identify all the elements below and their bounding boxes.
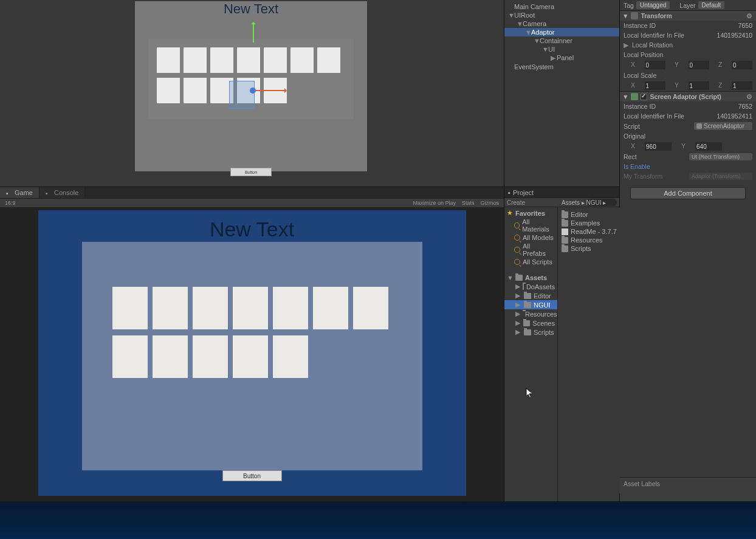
hierarchy-item-camera[interactable]: ▼Camera [504,19,619,28]
expand-icon[interactable]: ▼ [517,20,523,27]
transform-gizmo[interactable] [250,40,256,46]
gizmo-y-axis[interactable] [253,23,254,43]
expand-icon[interactable]: ▶ [515,328,521,336]
expand-icon[interactable]: ▶ [515,310,520,318]
gear-icon[interactable]: ⚙ [746,93,754,100]
scene-button[interactable]: Button [230,168,272,176]
game-grid-cell[interactable] [153,287,188,329]
game-grid-cell[interactable] [193,287,228,329]
assets-header[interactable]: ▼Assets [504,273,557,282]
my-transform-field[interactable]: Adaptor (Transform) [689,173,752,180]
folder-scripts[interactable]: ▶Scripts [504,328,557,337]
folder-ngui[interactable]: ▶NGUI [504,300,557,309]
game-grid-cell[interactable] [273,335,308,378]
folder-doassets[interactable]: ▶DoAssets [504,282,557,291]
pos-x[interactable] [645,61,665,69]
scene-grid-cell[interactable] [184,78,207,103]
rect-field[interactable]: UI (Rect Transform) [689,153,752,160]
game-toolbar-gizmos[interactable]: Gizmos [480,200,499,206]
tab-game[interactable]: ▪Game [0,187,40,198]
game-grid-cell[interactable] [233,335,268,378]
game-grid-cell[interactable] [233,287,268,329]
expand-icon[interactable]: ▶ [515,319,521,327]
layer-dropdown[interactable]: Default [698,1,725,9]
game-toolbar-maximize-on-play[interactable]: Maximize on Play [413,200,456,206]
hierarchy-item-uiroot[interactable]: ▼UIRoot [504,11,619,19]
game-view[interactable]: New Text Button [0,208,504,501]
scene-grid-cell[interactable] [237,47,260,73]
game-button[interactable]: Button [222,470,282,481]
scene-grid-cell[interactable] [210,47,233,73]
game-grid-cell[interactable] [112,287,148,329]
favorites-header[interactable]: ★Favorites [504,208,557,218]
inspector-panel[interactable]: Tag Untagged Layer Default ▼ Transform ⚙… [620,0,756,501]
project-breadcrumb[interactable]: Assets ▸ NGUI ▸ [560,198,607,207]
game-grid-cell[interactable] [353,287,388,329]
file-readme-3-7-7[interactable]: ReadMe - 3.7.7 [560,227,619,236]
hierarchy-item-panel[interactable]: ▶Panel [504,53,619,63]
orig-y[interactable] [695,142,722,151]
hierarchy-item-ui[interactable]: ▼UI [504,45,619,53]
scene-view[interactable]: New Text Button [0,0,504,187]
scene-grid-cell[interactable] [184,47,207,73]
expand-icon[interactable]: ▼ [534,37,540,44]
project-tab[interactable]: ▪ Project [504,187,619,197]
selection-rect[interactable] [230,81,254,108]
scene-grid-cell[interactable] [157,47,180,73]
game-toolbar-stats[interactable]: Stats [462,200,475,206]
file-scripts[interactable]: Scripts [560,244,619,253]
expand-icon[interactable]: ▼ [622,12,628,19]
scene-grid-cell[interactable] [157,78,180,103]
scene-grid-cell[interactable] [290,47,314,73]
expand-icon[interactable]: ▶ [515,301,521,309]
scene-grid-cell[interactable] [264,47,287,73]
hierarchy-item-adaptor[interactable]: ▼Adaptor [504,28,619,36]
orig-x[interactable] [645,142,672,151]
aspect-dropdown[interactable]: 16:9 [5,200,16,206]
tab-console[interactable]: ▪Console [40,187,85,198]
scene-canvas[interactable]: New Text Button [135,1,367,171]
expand-icon[interactable]: ▶ [515,292,521,300]
game-grid-cell[interactable] [153,335,188,378]
script-field[interactable]: ScreenAdaptor [694,122,752,130]
screen-adaptor-header[interactable]: ▼ Screen Adaptor (Script) ⚙ [620,91,756,101]
expand-icon[interactable]: ▼ [622,93,628,100]
favorite-all-scripts[interactable]: All Scripts [504,258,557,266]
hierarchy-panel[interactable]: Main Camera▼UIRoot▼Camera▼Adaptor▼Contai… [504,0,620,187]
hierarchy-item-containner[interactable]: ▼Containner [504,36,619,45]
favorite-all-models[interactable]: All Models [504,233,557,242]
gear-icon[interactable]: ⚙ [746,12,754,19]
transform-header[interactable]: ▼ Transform ⚙ [620,10,756,21]
scale-z[interactable] [732,81,752,90]
add-component-button[interactable]: Add Component [630,187,746,199]
file-resources[interactable]: Resources [560,236,619,244]
pos-z[interactable] [732,61,752,69]
tag-dropdown[interactable]: Untagged [636,1,670,9]
expand-icon[interactable]: ▼ [525,29,531,36]
component-enabled-checkbox[interactable] [641,94,647,100]
game-grid-cell[interactable] [193,335,228,378]
file-examples[interactable]: Examples [560,219,619,227]
expand-icon[interactable]: ▼ [542,46,548,53]
expand-icon[interactable]: ▶ [551,54,557,62]
pos-y[interactable] [689,61,709,69]
scale-y[interactable] [689,81,709,90]
folder-resources[interactable]: ▶Resources [504,309,557,318]
hierarchy-item-eventsystem[interactable]: EventSystem [504,63,619,71]
game-grid-cell[interactable] [273,287,308,329]
project-file-list[interactable]: EditorExamplesReadMe - 3.7.7ResourcesScr… [559,208,620,493]
file-editor[interactable]: Editor [560,210,619,219]
expand-icon[interactable]: ▶ [624,41,630,49]
favorite-all-materials[interactable]: All Materials [504,218,557,233]
game-grid-cell[interactable] [112,335,148,378]
scene-grid-cell[interactable] [317,47,340,73]
folder-editor[interactable]: ▶Editor [504,291,557,300]
game-grid-cell[interactable] [313,287,348,329]
scale-x[interactable] [645,81,665,90]
gizmo-center[interactable] [250,88,256,94]
folder-scenes[interactable]: ▶Scenes [504,318,557,328]
expand-icon[interactable]: ▶ [515,283,520,290]
project-folder-tree[interactable]: ★FavoritesAll MaterialsAll ModelsAll Pre… [504,207,558,501]
gizmo-x-axis[interactable] [254,90,286,91]
create-dropdown[interactable]: Create [507,199,525,206]
